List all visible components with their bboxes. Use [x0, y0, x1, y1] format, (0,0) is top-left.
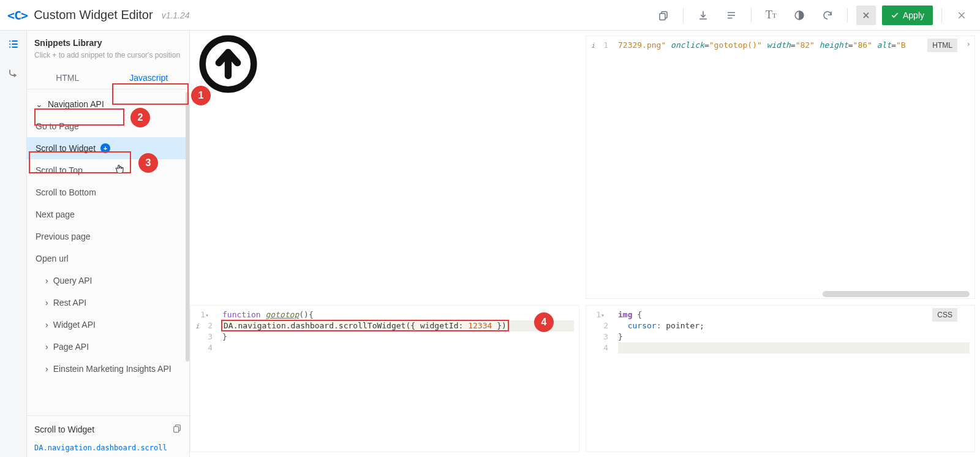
scrollbar[interactable] [186, 92, 189, 361]
js-editor-pane[interactable]: 1▾ i 2 3 4 function gototop(){ DA.naviga… [190, 305, 579, 452]
code-text: cursor [628, 321, 657, 330]
preview-pane [190, 36, 579, 299]
highlighted-code: DA.navigation.dashboard.scrollToWidget({… [222, 321, 508, 330]
separator [751, 8, 752, 23]
group-label: Einstein Marketing Insights API [53, 364, 172, 374]
cancel-button[interactable] [856, 6, 876, 25]
code-text: "B [896, 40, 906, 50]
group-page-api[interactable]: ›Page API [27, 336, 189, 358]
svg-rect-1 [660, 13, 665, 20]
code-text: width [767, 40, 791, 50]
html-code[interactable]: 72329.png" onclick="gototop()" width="82… [613, 36, 974, 298]
code-text: "82" [796, 40, 815, 50]
chevron-right-icon: › [45, 342, 48, 352]
gutter: 1▾ i 2 3 4 [190, 306, 217, 451]
group-einstein-api[interactable]: ›Einstein Marketing Insights API [27, 358, 189, 380]
code-text: "gototop()" [709, 40, 762, 50]
app-title: Custom Widget Editor [34, 8, 153, 22]
code-text: gototop [265, 310, 299, 319]
horizontal-scrollbar[interactable] [823, 291, 970, 297]
code-text: onclick [671, 40, 704, 50]
group-label: Page API [53, 342, 89, 352]
code-text: 72329.png" [618, 40, 666, 50]
snippet-label: Scroll to Widget [36, 143, 96, 153]
css-code[interactable]: img { cursor: pointer; } CSS [613, 306, 974, 451]
separator [941, 8, 942, 23]
lang-badge-html: HTML [927, 39, 957, 52]
html-editor-pane[interactable]: i 1 72329.png" onclick="gototop()" width… [586, 36, 975, 299]
app-version: v1.1.24 [162, 10, 190, 20]
group-rest-api[interactable]: ›Rest API [27, 292, 189, 314]
sidebar-footer: Scroll to Widget DA.navigation.dashboard… [27, 415, 189, 457]
sidebar-title: Snippets Library [34, 38, 182, 48]
tab-javascript[interactable]: Javascript [108, 66, 190, 89]
group-widget-api[interactable]: ›Widget API [27, 314, 189, 336]
snippet-scroll-to-bottom[interactable]: Scroll to Bottom [27, 181, 189, 203]
list-icon[interactable] [720, 4, 742, 26]
info-icon: i [591, 42, 599, 50]
group-query-api[interactable]: ›Query API [27, 270, 189, 292]
svg-rect-4 [174, 426, 179, 432]
redo-rail-icon[interactable] [8, 68, 19, 82]
lang-badge-css: CSS [932, 308, 957, 322]
sidebar-hint: Click + to add snippet to the cursor's p… [34, 50, 182, 61]
snippet-next-page[interactable]: Next page [27, 203, 189, 225]
snippets-sidebar: Snippets Library Click + to add snippet … [27, 31, 190, 457]
app-logo: <C> [7, 8, 28, 23]
code-text: function [222, 310, 261, 319]
apply-button[interactable]: Apply [882, 6, 933, 25]
download-icon[interactable] [692, 4, 714, 26]
snippet-scroll-to-widget[interactable]: Scroll to Widget + [27, 137, 189, 159]
top-bar-left: <C> Custom Widget Editor v1.1.24 [7, 8, 190, 23]
contrast-icon[interactable] [788, 4, 810, 26]
copy-icon[interactable] [172, 423, 182, 435]
snippet-scroll-to-top[interactable]: Scroll to Top [27, 159, 189, 181]
fold-icon[interactable]: ▾ [205, 312, 213, 319]
code-text: } [222, 332, 227, 341]
chevron-right-icon: › [45, 298, 48, 308]
code-text: alt [877, 40, 891, 50]
footer-title: Scroll to Widget [34, 425, 94, 434]
snippets-rail-icon[interactable] [7, 38, 20, 53]
group-label: Query API [53, 276, 92, 285]
gutter: i 1 [586, 36, 613, 298]
group-label: Widget API [53, 320, 96, 330]
footer-code-preview: DA.navigation.dashboard.scroll [34, 444, 182, 452]
apply-label: Apply [903, 10, 924, 20]
left-rail [0, 31, 27, 457]
separator [683, 8, 684, 23]
snippet-open-url[interactable]: Open url [27, 247, 189, 270]
js-code[interactable]: function gototop(){ DA.navigation.dashbo… [217, 306, 579, 451]
chevron-right-icon: › [45, 364, 48, 374]
refresh-icon[interactable] [816, 4, 839, 26]
chevron-down-icon: ⌄ [36, 99, 43, 109]
group-label: Rest API [53, 298, 86, 308]
separator [847, 8, 848, 23]
scroll-right-icon[interactable]: › [966, 39, 971, 50]
tab-html[interactable]: HTML [27, 66, 108, 89]
top-bar: <C> Custom Widget Editor v1.1.24 TT Appl… [0, 0, 980, 31]
snippet-go-to-page[interactable]: Go to Page [27, 115, 189, 137]
main-area: Snippets Library Click + to add snippet … [0, 31, 980, 457]
group-navigation-api[interactable]: ⌄ Navigation API [27, 93, 189, 115]
add-snippet-icon[interactable]: + [100, 143, 110, 153]
gutter: 1▾ 2 3 4 [586, 306, 613, 451]
text-size-icon[interactable]: TT [760, 4, 782, 26]
fold-icon[interactable]: ▾ [601, 312, 608, 319]
code-text: img [618, 310, 632, 319]
sidebar-header: Snippets Library Click + to add snippet … [27, 31, 189, 66]
snippet-previous-page[interactable]: Previous page [27, 225, 189, 247]
code-text: } [618, 332, 623, 341]
chevron-right-icon: › [45, 320, 48, 330]
top-bar-right: TT Apply [652, 4, 973, 26]
chevron-right-icon: › [45, 276, 48, 285]
info-icon: i [195, 322, 203, 330]
code-text: height [820, 40, 848, 50]
snippets-list[interactable]: ⌄ Navigation API Go to Page Scroll to Wi… [27, 89, 189, 415]
copy-icon[interactable] [652, 4, 674, 26]
group-label: Navigation API [48, 99, 104, 109]
close-icon[interactable] [951, 4, 973, 26]
editors-grid: i 1 72329.png" onclick="gototop()" width… [190, 31, 980, 457]
code-text: "86" [853, 40, 872, 50]
css-editor-pane[interactable]: 1▾ 2 3 4 img { cursor: pointer; } CSS [586, 305, 975, 452]
